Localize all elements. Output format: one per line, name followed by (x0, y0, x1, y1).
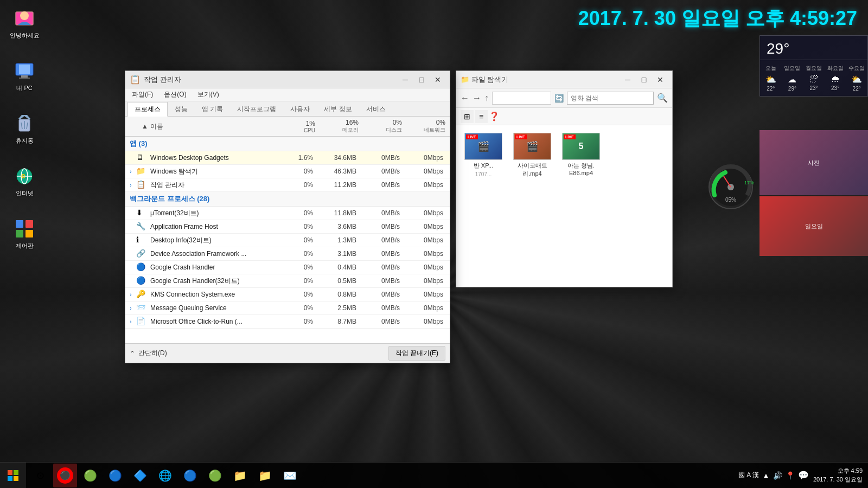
fe-file-item[interactable]: LIVE 5 아는 형님. E86.mp4 (559, 131, 603, 180)
taskbar: ⊙ ⚫ 🟢 🔵 🔷 🌐 🔵 🟢 📁 📁 ✉️ 國 A 漢 ▲ 🔊 📍 💬 (0, 462, 868, 488)
end-task-button[interactable]: 작업 끝내기(E) (388, 346, 445, 361)
col-disk-header[interactable]: 0% 디스크 (363, 119, 406, 134)
fe-address-bar[interactable] (492, 92, 551, 105)
process-row[interactable]: 🔧 Application Frame Host 0% 3.6MB 0MB/s … (125, 220, 450, 234)
taskbar-app-3[interactable]: 🔵 (103, 464, 127, 487)
speedometer-widget: 05% 17% (706, 163, 755, 211)
process-name: μTorrent(32비트) (148, 209, 276, 218)
process-memory: 3.1MB (320, 250, 363, 258)
start-button[interactable] (0, 463, 26, 489)
fe-up-button[interactable]: ↑ (484, 93, 489, 103)
section-apps: 앱 (3) (125, 137, 450, 151)
notification-icon[interactable]: 💬 (798, 470, 809, 480)
tab-users[interactable]: 사용자 (283, 102, 317, 116)
tm-menu-file[interactable]: 파일(F) (127, 89, 157, 100)
taskbar-app-search[interactable]: ⊙ (28, 464, 52, 487)
expand-icon[interactable]: › (125, 292, 136, 298)
svg-rect-5 (19, 78, 30, 79)
fe-close-button[interactable]: ✕ (653, 73, 668, 86)
process-row[interactable]: › 📄 Microsoft Office Click-to-Run (... 0… (125, 315, 450, 329)
tab-startup[interactable]: 시작프로그램 (230, 102, 283, 116)
expand-icon[interactable]: › (125, 182, 136, 188)
tm-menu-options[interactable]: 옵션(O) (159, 89, 190, 100)
fe-file-thumb: LIVE 5 (562, 133, 600, 160)
fe-help-button[interactable]: ❓ (489, 110, 500, 123)
process-memory: 3.6MB (320, 223, 363, 230)
fe-search-input[interactable] (567, 92, 654, 105)
process-row[interactable]: › 📨 Message Queuing Service 0% 2.5MB 0MB… (125, 301, 450, 315)
process-row[interactable]: 🔗 Device Association Framework ... 0% 3.… (125, 247, 450, 261)
taskbar-app-ie[interactable]: 🌐 (153, 464, 177, 487)
taskbar-app-2[interactable]: 🟢 (78, 464, 102, 487)
fe-search-button[interactable]: 🔍 (657, 93, 668, 103)
taskbar-app-red[interactable]: ⚫ (53, 464, 77, 487)
process-row[interactable]: ℹ Desktop Info(32비트) 0% 1.3MB 0MB/s 0Mbp… (125, 234, 450, 247)
expand-icon[interactable]: › (125, 169, 136, 175)
taskbar-app-edge[interactable]: 🔵 (178, 464, 202, 487)
taskbar-app-folder2[interactable]: 📁 (253, 464, 277, 487)
desktop-icon-mypc[interactable]: 내 PC (5, 58, 43, 94)
process-disk: 0MB/s (363, 154, 406, 162)
process-network: 0Mbps (406, 181, 450, 189)
desktop-icon-recycle[interactable]: 휴지통 (5, 111, 43, 147)
taskbar-app-chrome[interactable]: 🟢 (203, 464, 227, 487)
process-row[interactable]: 🖥 Windows Desktop Gadgets 1.6% 34.6MB 0M… (125, 151, 450, 165)
tab-performance[interactable]: 성능 (168, 102, 195, 116)
tm-minimize-details[interactable]: ⌃ 간단히(D) (130, 349, 167, 358)
process-row[interactable]: ⬇ μTorrent(32비트) 0% 11.8MB 0MB/s 0Mbps (125, 207, 450, 220)
taskbar-app-folder[interactable]: 📁 (228, 464, 252, 487)
tab-app-history[interactable]: 앱 기록 (195, 102, 230, 116)
desktop-icon-greeting[interactable]: 안녕하세요 (5, 5, 43, 42)
fe-maximize-button[interactable]: □ (636, 73, 652, 86)
fe-forward-button[interactable]: → (473, 93, 481, 103)
tm-process-list[interactable]: 앱 (3) 🖥 Windows Desktop Gadgets 1.6% 34.… (125, 137, 450, 343)
tm-tabs: 프로세스 성능 앱 기록 시작프로그램 사용자 세부 정보 서비스 (125, 101, 450, 117)
control-panel-icon (14, 218, 35, 240)
process-disk: 0MB/s (363, 181, 406, 189)
fe-file-label: 반 XP... (474, 162, 493, 170)
process-row[interactable]: 🔵 Google Crash Handler(32비트) 0% 0.5MB 0M… (125, 274, 450, 288)
fe-list-view-button[interactable]: ≡ (475, 110, 488, 123)
tm-close-button[interactable]: ✕ (430, 73, 445, 86)
process-disk: 0MB/s (363, 304, 406, 312)
desktop-icon-ie[interactable]: e 인터넷 (5, 163, 43, 200)
process-network: 0Mbps (406, 304, 450, 312)
svg-text:05%: 05% (725, 197, 736, 203)
process-memory: 34.6MB (320, 154, 363, 162)
desktop-icon-control[interactable]: 제어판 (5, 216, 43, 252)
process-cpu: 0% (276, 291, 320, 298)
process-row[interactable]: › 🔑 KMS Connection System.exe 0% 0.8MB 0… (125, 288, 450, 301)
fe-minimize-button[interactable]: ─ (620, 73, 635, 86)
taskbar-time: 오후 4:59 2017. 7. 30 일요일 (813, 467, 863, 484)
process-row[interactable]: › 📋 작업 관리자 0% 11.2MB 0MB/s 0Mbps (125, 178, 450, 192)
tm-maximize-button[interactable]: □ (414, 73, 429, 86)
taskbar-app-mail[interactable]: ✉️ (278, 464, 302, 487)
fe-grid-view-button[interactable]: ⊞ (461, 110, 474, 123)
input-method-icon: 國 A 漢 (738, 471, 759, 480)
fe-back-button[interactable]: ← (461, 93, 469, 103)
expand-icon[interactable]: › (125, 319, 136, 325)
tm-minimize-button[interactable]: ─ (398, 73, 413, 86)
fe-file-item[interactable]: LIVE 🎬 사이코매트리.mp4 (510, 131, 554, 180)
tab-services[interactable]: 서비스 (359, 102, 393, 116)
weather-days: 오늘 ⛅ 22° 일요일 ☁ 29° 월요일 ⛈ 23° 화요일 🌧 23° 수… (760, 60, 867, 96)
process-bg-icon: 📄 (136, 317, 146, 326)
expand-icon[interactable]: › (125, 305, 136, 311)
fe-file-item[interactable]: LIVE 🎬 반 XP... 1707... (462, 131, 505, 180)
process-row[interactable]: › 📁 Windows 탐색기 0% 46.3MB 0MB/s 0Mbps (125, 165, 450, 178)
process-name-message-queuing: Message Queuing Service (148, 304, 276, 312)
col-name-header[interactable]: ▲ 이름 (125, 122, 276, 131)
col-cpu-header[interactable]: 1% CPU (276, 120, 320, 133)
fe-refresh-button[interactable]: 🔄 (554, 94, 564, 102)
recycle-icon (14, 113, 35, 134)
weather-day-0: 오늘 ⛅ 22° (760, 62, 782, 94)
fe-controls: ─ □ ✕ (620, 73, 668, 86)
col-network-header[interactable]: 0% 네트워크 (406, 119, 450, 134)
tab-details[interactable]: 세부 정보 (317, 102, 359, 116)
process-row[interactable]: 🔵 Google Crash Handler 0% 0.4MB 0MB/s 0M… (125, 261, 450, 274)
tab-processes[interactable]: 프로세스 (127, 102, 168, 117)
tm-menu-view[interactable]: 보기(V) (193, 89, 224, 100)
mypc-icon (14, 60, 35, 82)
taskbar-app-4[interactable]: 🔷 (128, 464, 152, 487)
col-memory-header[interactable]: 16% 메모리 (320, 119, 363, 134)
